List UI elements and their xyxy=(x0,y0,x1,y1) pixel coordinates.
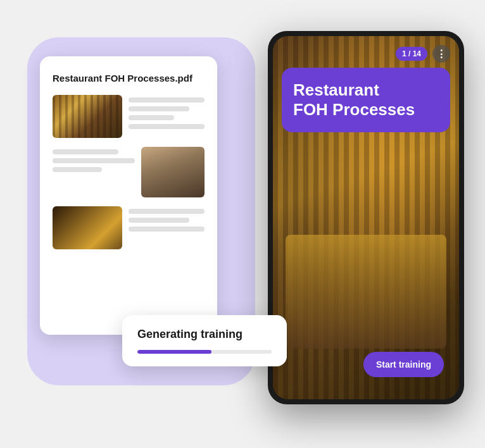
pdf-text-lines-2 xyxy=(53,147,135,172)
pdf-line xyxy=(129,218,189,223)
pdf-section-1 xyxy=(53,95,205,138)
progress-bar-fill xyxy=(137,350,211,354)
phone-presentation-title: Restaurant FOH Processes xyxy=(293,80,439,120)
pdf-text-lines-3 xyxy=(129,206,205,232)
pdf-line xyxy=(53,158,135,163)
phone-title-overlay: Restaurant FOH Processes xyxy=(282,68,450,132)
slide-counter: 1 / 14 xyxy=(396,47,427,61)
pdf-line xyxy=(129,115,174,120)
phone-top-bar: 1 / 14 ⋮ xyxy=(396,45,450,63)
start-training-button[interactable]: Start training xyxy=(363,352,444,377)
pdf-section-3 xyxy=(53,206,205,249)
dots-icon: ⋮ xyxy=(436,48,447,60)
restaurant-background: 1 / 14 ⋮ Restaurant FOH Processes Start … xyxy=(273,36,459,399)
pdf-image-person xyxy=(141,147,205,197)
pdf-line xyxy=(129,97,205,103)
pdf-image-restaurant xyxy=(53,95,122,138)
pdf-line xyxy=(129,209,205,214)
phone-screen: 1 / 14 ⋮ Restaurant FOH Processes Start … xyxy=(273,36,459,399)
pdf-line xyxy=(129,124,205,129)
pdf-text-lines-1 xyxy=(129,95,205,129)
pdf-title: Restaurant FOH Processes.pdf xyxy=(53,72,205,85)
pdf-section-2 xyxy=(53,147,205,197)
pdf-document-card: Restaurant FOH Processes.pdf xyxy=(40,56,217,335)
progress-bar-background xyxy=(137,350,272,354)
pdf-line xyxy=(129,227,205,232)
generating-training-popup: Generating training xyxy=(122,315,287,366)
pdf-line xyxy=(53,167,102,172)
pdf-line xyxy=(129,106,189,111)
more-options-button[interactable]: ⋮ xyxy=(432,45,450,63)
pdf-image-bar xyxy=(53,206,122,249)
phone-device: 1 / 14 ⋮ Restaurant FOH Processes Start … xyxy=(268,31,464,404)
generating-title: Generating training xyxy=(137,328,272,341)
main-scene: Restaurant FOH Processes.pdf xyxy=(21,18,464,430)
pdf-line xyxy=(53,149,118,154)
restaurant-table-visual xyxy=(286,235,446,349)
